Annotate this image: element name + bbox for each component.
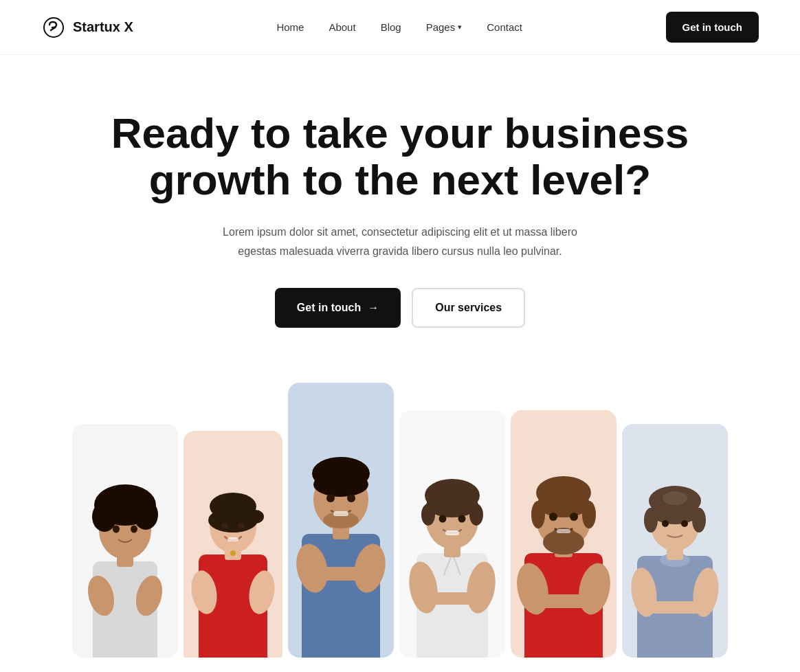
svg-point-33: [326, 494, 335, 502]
svg-point-76: [644, 508, 658, 533]
svg-rect-70: [648, 601, 702, 614]
nav-home[interactable]: Home: [276, 21, 304, 33]
svg-point-11: [131, 525, 137, 533]
svg-point-34: [347, 494, 355, 502]
person-card-4: [399, 410, 505, 658]
svg-point-64: [570, 513, 578, 521]
chevron-down-icon: ▾: [458, 23, 462, 32]
person-card-5: [511, 410, 616, 658]
person-card-3: [288, 383, 394, 658]
svg-point-59: [531, 501, 545, 528]
nav-cta-button[interactable]: Get in touch: [666, 12, 759, 43]
nav-about[interactable]: About: [329, 21, 355, 33]
svg-point-10: [113, 525, 120, 533]
svg-rect-65: [557, 529, 570, 533]
svg-point-48: [439, 515, 447, 522]
svg-point-19: [247, 510, 264, 524]
svg-point-79: [681, 520, 688, 527]
svg-point-75: [663, 491, 687, 505]
hero-section: Ready to take your business growth to th…: [91, 55, 709, 369]
svg-rect-54: [535, 594, 592, 608]
svg-point-63: [549, 513, 557, 521]
svg-point-31: [313, 472, 368, 497]
hero-cta-secondary[interactable]: Our services: [412, 288, 525, 328]
svg-rect-41: [425, 592, 479, 605]
nav-contact[interactable]: Contact: [487, 21, 522, 33]
svg-point-77: [692, 508, 706, 533]
svg-rect-27: [314, 567, 368, 581]
person-card-1: [72, 424, 178, 658]
svg-rect-50: [445, 530, 459, 535]
logo-icon: [41, 15, 66, 40]
people-section: [0, 369, 800, 658]
svg-rect-22: [227, 537, 238, 541]
svg-rect-35: [333, 511, 348, 516]
svg-point-60: [582, 501, 596, 528]
svg-point-9: [124, 491, 146, 515]
brand-name: Startux X: [73, 19, 133, 35]
hero-subtext: Lorem ipsum dolor sit amet, consectetur …: [221, 223, 579, 260]
svg-point-47: [469, 504, 483, 526]
svg-point-8: [104, 491, 126, 515]
hero-buttons: Get in touch → Our services: [104, 288, 696, 328]
nav-links: Home About Blog Pages ▾ Contact: [276, 21, 522, 34]
person-card-2: [184, 431, 282, 658]
svg-point-49: [458, 515, 466, 522]
nav-pages[interactable]: Pages ▾: [426, 21, 463, 33]
nav-blog[interactable]: Blog: [381, 21, 401, 33]
hero-heading: Ready to take your business growth to th…: [104, 110, 696, 203]
arrow-icon: →: [368, 302, 379, 314]
svg-point-23: [230, 550, 236, 556]
svg-point-46: [421, 504, 435, 526]
hero-cta-primary[interactable]: Get in touch →: [275, 288, 401, 328]
svg-point-20: [221, 523, 228, 528]
logo[interactable]: Startux X: [41, 15, 133, 40]
svg-point-21: [238, 523, 245, 528]
navbar: Startux X Home About Blog Pages ▾ Contac…: [0, 0, 800, 55]
svg-point-78: [662, 520, 669, 527]
svg-point-58: [537, 490, 590, 517]
person-card-6: [622, 424, 728, 658]
